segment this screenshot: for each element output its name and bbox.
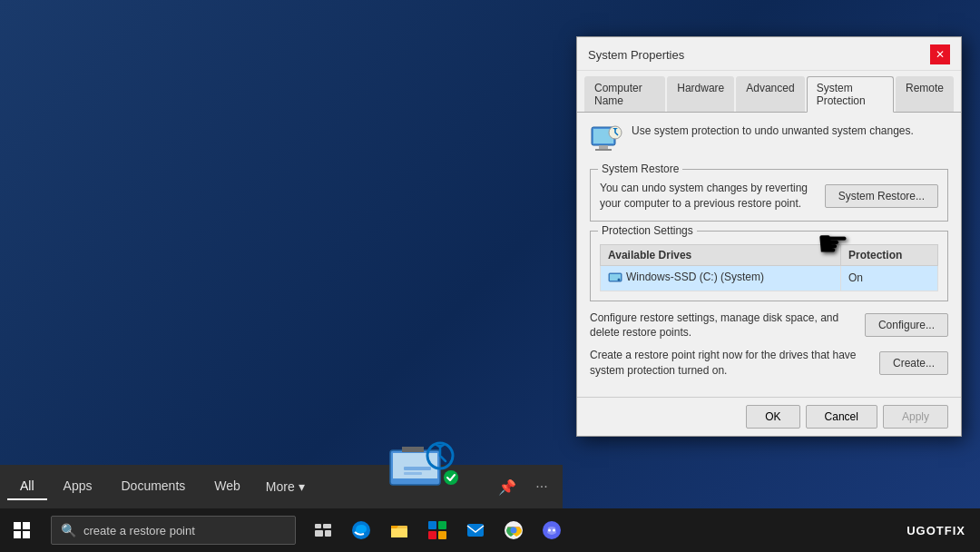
system-icon [590,123,622,156]
store-button[interactable] [421,514,454,547]
dialog-close-button[interactable]: ✕ [930,44,950,64]
system-restore-label: System Restore [598,163,682,175]
protection-settings-group: Protection Settings Available Drives Pro… [590,231,948,301]
svg-point-18 [618,278,621,281]
file-explorer-button[interactable] [383,514,416,547]
dialog-desc-text: Use system protection to undo unwanted s… [632,123,914,139]
taskbar: 🔍 create a restore point [0,508,980,552]
chrome-button[interactable] [497,514,530,547]
svg-rect-20 [323,524,331,528]
taskbar-search-text: create a restore point [83,524,195,537]
tab-advanced[interactable]: Advanced [736,76,804,112]
dialog-overlay: System Properties ✕ Computer Name Hardwa… [0,0,980,508]
taskbar-search[interactable]: 🔍 create a restore point [51,516,296,545]
create-text: Create a restore point right now for the… [590,348,870,379]
system-restore-group: System Restore You can undo system chang… [590,169,948,222]
svg-point-32 [511,527,517,534]
svg-rect-30 [467,524,484,537]
svg-rect-22 [325,530,331,537]
protection-table: Available Drives Protection [600,244,938,291]
create-row: Create a restore point right now for the… [590,348,948,379]
ok-button[interactable]: OK [746,405,799,429]
svg-rect-26 [428,521,436,529]
dialog-content: Use system protection to undo unwanted s… [577,113,961,397]
svg-rect-14 [595,149,612,151]
svg-rect-21 [315,530,323,537]
table-row[interactable]: Windows-SSD (C:) (System) On [601,265,938,291]
svg-rect-27 [438,521,446,529]
system-properties-dialog: System Properties ✕ Computer Name Hardwa… [576,36,962,437]
task-view-button[interactable] [307,514,339,547]
taskbar-search-icon: 🔍 [61,523,76,537]
drive-icon: Windows-SSD (C:) (System) [608,270,764,284]
system-restore-text: You can undo system changes by reverting… [600,181,816,212]
tab-system-protection[interactable]: System Protection [807,76,894,113]
taskbar-icons [307,514,568,547]
configure-row: Configure restore settings, manage disk … [590,310,948,341]
svg-point-34 [548,529,551,532]
start-button[interactable] [0,508,44,552]
system-restore-content: You can undo system changes by reverting… [600,181,938,212]
outlook-button[interactable] [459,514,492,547]
svg-rect-25 [391,528,407,537]
configure-button[interactable]: Configure... [865,313,948,337]
svg-rect-19 [315,524,321,528]
system-restore-button[interactable]: System Restore... [825,184,938,208]
cancel-button[interactable]: Cancel [806,405,877,429]
configure-text: Configure restore settings, manage disk … [590,310,856,341]
tab-remote[interactable]: Remote [896,76,954,112]
protection-cell: On [840,265,937,291]
windows-logo [14,522,30,538]
ugotfix-logo: UGOTFIX [906,524,965,537]
svg-rect-13 [599,145,608,149]
tab-computer-name[interactable]: Computer Name [584,76,665,112]
system-tray: UGOTFIX [906,524,980,537]
col-protection: Protection [840,244,937,265]
svg-rect-29 [438,531,446,539]
drive-cell: Windows-SSD (C:) (System) [601,265,841,291]
dialog-titlebar: System Properties ✕ [577,37,961,71]
apply-button[interactable]: Apply [883,405,948,429]
dialog-tabs: Computer Name Hardware Advanced System P… [577,71,961,113]
dialog-description: Use system protection to undo unwanted s… [590,123,948,156]
dialog-title: System Properties [588,48,684,62]
edge-button[interactable] [345,514,377,547]
discord-button[interactable] [535,514,568,547]
protection-settings-label: Protection Settings [598,224,697,237]
svg-point-35 [553,529,555,532]
col-drives: Available Drives [601,244,841,265]
svg-rect-28 [428,531,436,539]
tab-hardware[interactable]: Hardware [667,76,734,112]
create-button[interactable]: Create... [879,351,948,375]
dialog-button-row: OK Cancel Apply [577,397,961,436]
